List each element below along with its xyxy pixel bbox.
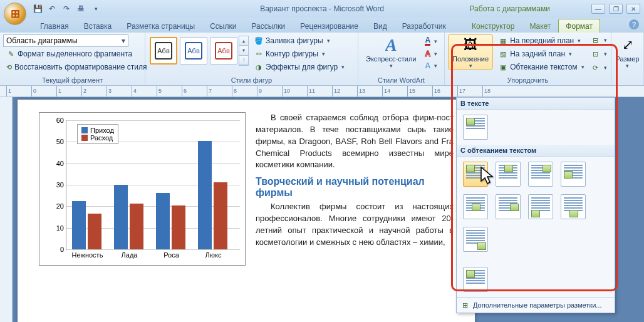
send-back-icon: ▧	[499, 49, 507, 58]
document-area: Приход Расход 0102030405060НежностьЛадаР…	[0, 97, 644, 322]
tab-chart-layout[interactable]: Макет	[522, 19, 558, 33]
tab-mailings[interactable]: Рассылки	[244, 19, 293, 33]
tab-format[interactable]: Формат	[558, 19, 600, 33]
tab-layout[interactable]: Разметка страницы	[119, 19, 202, 33]
position-wrap-1[interactable]	[463, 162, 488, 187]
group-shape-styles: Абв Абв Абв ▴▾⁞ 🪣Заливка фигуры ✏Контур …	[145, 33, 358, 85]
legend-series-2: Расход	[90, 134, 113, 142]
shape-style-scroll[interactable]: ▴▾⁞	[239, 36, 249, 66]
rotate-icon: ⟳	[591, 63, 600, 72]
minimize-button[interactable]: —	[591, 4, 605, 14]
position-wrap-8[interactable]	[561, 194, 586, 219]
text-wrap-button[interactable]: ▣Обтекание текстом	[496, 61, 587, 73]
wordart-icon: A	[385, 35, 397, 55]
tab-references[interactable]: Ссылки	[202, 19, 244, 33]
tab-home[interactable]: Главная	[33, 19, 76, 33]
shape-fill-button[interactable]: 🪣Заливка фигуры	[251, 34, 348, 47]
position-wrap-6[interactable]	[496, 194, 521, 219]
shape-style-1[interactable]: Абв	[150, 37, 177, 65]
more-layout-options[interactable]: ⊞ Дополнительные параметры разметки...	[457, 297, 615, 313]
help-icon[interactable]: ?	[629, 19, 639, 29]
undo-icon[interactable]: ↶	[46, 3, 58, 15]
reset-style-button[interactable]: ⟲Восстановить форматирование стиля	[3, 61, 142, 73]
align-icon: ⊟	[591, 36, 600, 44]
send-back-button[interactable]: ▧На задний план	[496, 48, 587, 60]
title-bar: ⊞ 💾 ↶ ↷ 🖶 Вариант проспекта - Microsoft …	[0, 0, 644, 18]
group-arrange: 🖼 Положение ▾ ▦На передний план ▧На задн…	[445, 33, 611, 85]
position-wrap-5[interactable]	[463, 194, 488, 219]
shape-style-2[interactable]: Абв	[180, 37, 207, 65]
group-label: Стили WordArt	[361, 75, 441, 85]
text-effects-icon: A	[425, 62, 430, 70]
position-section-inline: В тексте	[457, 98, 615, 110]
shape-outline-button[interactable]: ✏Контур фигуры	[251, 48, 348, 60]
tab-design[interactable]: Конструктор	[464, 19, 522, 33]
group-label: Стили фигур	[148, 75, 355, 85]
qat-customize-icon[interactable]	[89, 3, 101, 15]
close-button[interactable]: ✕	[626, 4, 640, 14]
pen-icon: ✏	[254, 49, 263, 58]
position-wrap-10[interactable]	[463, 267, 488, 292]
quick-access-toolbar: 💾 ↶ ↷ 🖶	[31, 3, 101, 15]
quickprint-icon[interactable]: 🖶	[75, 3, 87, 15]
position-wrap-2[interactable]	[496, 162, 521, 187]
reset-style-icon: ⟲	[6, 63, 12, 71]
page: Приход Расход 0102030405060НежностьЛадаР…	[18, 100, 475, 322]
text-effects-button[interactable]: A	[422, 60, 440, 71]
layout-options-icon: ⊞	[460, 301, 469, 309]
position-inline[interactable]	[463, 115, 488, 140]
position-dropdown-panel: В тексте С обтеканием текстом ⊞ Дополнит…	[456, 97, 615, 313]
tab-developer[interactable]: Разработчик	[395, 19, 454, 33]
chart-element-selector[interactable]: Область диаграммы	[3, 34, 128, 47]
size-icon: ⤢	[618, 35, 638, 55]
group-current-selection: Область диаграммы ✎Формат выделенного фр…	[0, 33, 145, 85]
align-button[interactable]: ⊟	[590, 34, 608, 46]
ribbon: Область диаграммы ✎Формат выделенного фр…	[0, 33, 644, 86]
save-icon[interactable]: 💾	[31, 3, 44, 15]
shape-style-3[interactable]: Абв	[210, 37, 237, 65]
tab-view[interactable]: Вид	[366, 19, 395, 33]
embedded-chart[interactable]: Приход Расход 0102030405060НежностьЛадаР…	[39, 112, 246, 266]
wrap-icon: ▣	[499, 63, 507, 71]
text-outline-button[interactable]: A	[422, 48, 440, 60]
group-size: ⤢ Размер ▾	[611, 33, 644, 85]
position-section-wrap: С обтеканием текстом	[457, 145, 615, 157]
wordart-quickstyles-button[interactable]: A Экспресс-стили ▾	[361, 34, 420, 70]
office-button[interactable]: ⊞	[4, 3, 26, 25]
text-fill-icon: A	[425, 36, 430, 46]
position-wrap-9[interactable]	[463, 227, 488, 252]
position-wrap-4[interactable]	[561, 162, 586, 187]
restore-button[interactable]: ❐	[609, 4, 623, 14]
window-title: Вариант проспекта - Microsoft Word	[260, 4, 384, 13]
position-button[interactable]: 🖼 Положение ▾	[448, 34, 493, 70]
group-icon: ⊡	[591, 49, 600, 58]
bring-front-button[interactable]: ▦На передний план	[496, 34, 587, 47]
contextual-tab-title: Работа с диаграммами	[470, 4, 551, 13]
bring-front-icon: ▦	[499, 36, 507, 45]
tab-insert[interactable]: Вставка	[76, 19, 120, 33]
size-button[interactable]: ⤢ Размер ▾	[611, 34, 644, 70]
tab-review[interactable]: Рецензирование	[293, 19, 366, 33]
redo-icon[interactable]: ↷	[60, 3, 73, 15]
horizontal-ruler[interactable]: 10123456789101112131415161718	[0, 86, 644, 97]
position-wrap-7[interactable]	[528, 194, 553, 219]
group-wordart-styles: A Экспресс-стили ▾ A A A Стили WordArt	[358, 33, 445, 85]
group-label: Упорядочить	[448, 75, 608, 85]
group-label: Текущий фрагмент	[3, 75, 142, 85]
group-button[interactable]: ⊡	[590, 48, 608, 60]
text-outline-icon: A	[425, 50, 430, 58]
ribbon-tabs: Главная Вставка Разметка страницы Ссылки…	[0, 18, 644, 33]
rotate-button[interactable]: ⟳	[590, 62, 608, 73]
format-selection-button[interactable]: ✎Формат выделенного фрагмента	[3, 48, 142, 60]
format-selection-icon: ✎	[6, 49, 15, 58]
chart-legend: Приход Расход	[77, 124, 118, 144]
group-label	[615, 75, 640, 85]
effects-icon: ◑	[254, 63, 263, 71]
bucket-icon: 🪣	[254, 36, 263, 45]
shape-effects-button[interactable]: ◑Эффекты для фигур	[251, 61, 348, 73]
vertical-ruler[interactable]	[0, 97, 13, 322]
position-wrap-3[interactable]	[528, 162, 553, 187]
text-fill-button[interactable]: A	[422, 34, 440, 48]
legend-series-1: Приход	[90, 127, 114, 134]
position-icon: 🖼	[460, 35, 480, 55]
